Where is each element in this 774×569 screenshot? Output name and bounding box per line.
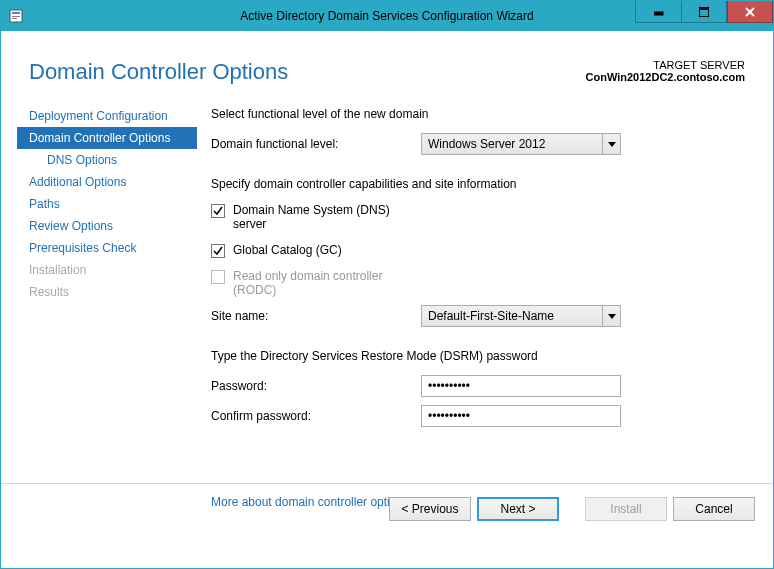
domain-level-value: Windows Server 2012 [422, 137, 602, 151]
section-functional-level: Select functional level of the new domai… [211, 107, 757, 121]
svg-rect-1 [12, 12, 20, 14]
section-capabilities: Specify domain controller capabilities a… [211, 177, 757, 191]
svg-marker-9 [608, 142, 616, 147]
sidebar-item-results: Results [17, 281, 197, 303]
svg-line-7 [746, 8, 754, 16]
svg-marker-10 [608, 314, 616, 319]
gc-checkbox[interactable] [211, 244, 225, 258]
install-button: Install [585, 497, 667, 521]
confirm-label: Confirm password: [211, 409, 421, 423]
gc-label: Global Catalog (GC) [233, 243, 342, 257]
close-button[interactable] [727, 1, 773, 23]
confirm-password-field[interactable] [421, 405, 621, 427]
app-icon [8, 8, 24, 24]
site-name-value: Default-First-Site-Name [422, 309, 602, 323]
sidebar-item-review[interactable]: Review Options [17, 215, 197, 237]
gc-checkbox-row[interactable]: Global Catalog (GC) [211, 243, 421, 257]
more-link[interactable]: More about domain controller options [211, 495, 409, 509]
svg-rect-6 [699, 7, 709, 10]
dns-checkbox[interactable] [211, 204, 225, 218]
rodc-label: Read only domain controller (RODC) [233, 269, 382, 297]
domain-level-combo[interactable]: Windows Server 2012 [421, 133, 621, 155]
maximize-button[interactable] [681, 1, 727, 23]
svg-rect-3 [12, 18, 17, 19]
sidebar-item-dc-options[interactable]: Domain Controller Options [17, 127, 197, 149]
main-area: Deployment Configuration Domain Controll… [1, 103, 773, 483]
wizard-sidebar: Deployment Configuration Domain Controll… [17, 103, 197, 483]
site-name-label: Site name: [211, 309, 421, 323]
sidebar-item-paths[interactable]: Paths [17, 193, 197, 215]
sidebar-item-installation: Installation [17, 259, 197, 281]
rodc-checkbox [211, 270, 225, 284]
dns-checkbox-row[interactable]: Domain Name System (DNS) server [211, 203, 421, 231]
rodc-checkbox-row: Read only domain controller (RODC) [211, 269, 421, 297]
target-server-name: ConWin2012DC2.contoso.com [586, 71, 745, 83]
svg-rect-5 [700, 7, 709, 16]
sidebar-item-deployment[interactable]: Deployment Configuration [17, 105, 197, 127]
next-button[interactable]: Next > [477, 497, 559, 521]
chevron-down-icon [602, 134, 620, 154]
password-label: Password: [211, 379, 421, 393]
cancel-button[interactable]: Cancel [673, 497, 755, 521]
password-field[interactable] [421, 375, 621, 397]
page-title: Domain Controller Options [29, 59, 288, 85]
domain-level-label: Domain functional level: [211, 137, 421, 151]
sidebar-item-additional[interactable]: Additional Options [17, 171, 197, 193]
minimize-button[interactable] [635, 1, 681, 23]
content-pane: Select functional level of the new domai… [197, 103, 757, 483]
svg-rect-2 [12, 16, 20, 17]
section-dsrm: Type the Directory Services Restore Mode… [211, 349, 757, 363]
site-name-combo[interactable]: Default-First-Site-Name [421, 305, 621, 327]
target-server-label: TARGET SERVER [586, 59, 745, 71]
window-controls [635, 1, 773, 31]
sidebar-item-dns-options[interactable]: DNS Options [17, 149, 197, 171]
svg-rect-4 [654, 12, 663, 15]
target-server-block: TARGET SERVER ConWin2012DC2.contoso.com [586, 59, 745, 83]
previous-button[interactable]: < Previous [389, 497, 471, 521]
sidebar-item-prereq[interactable]: Prerequisites Check [17, 237, 197, 259]
header: Domain Controller Options TARGET SERVER … [1, 31, 773, 103]
chevron-down-icon [602, 306, 620, 326]
dns-label: Domain Name System (DNS) server [233, 203, 390, 231]
titlebar[interactable]: Active Directory Domain Services Configu… [1, 1, 773, 31]
svg-line-8 [746, 8, 754, 16]
